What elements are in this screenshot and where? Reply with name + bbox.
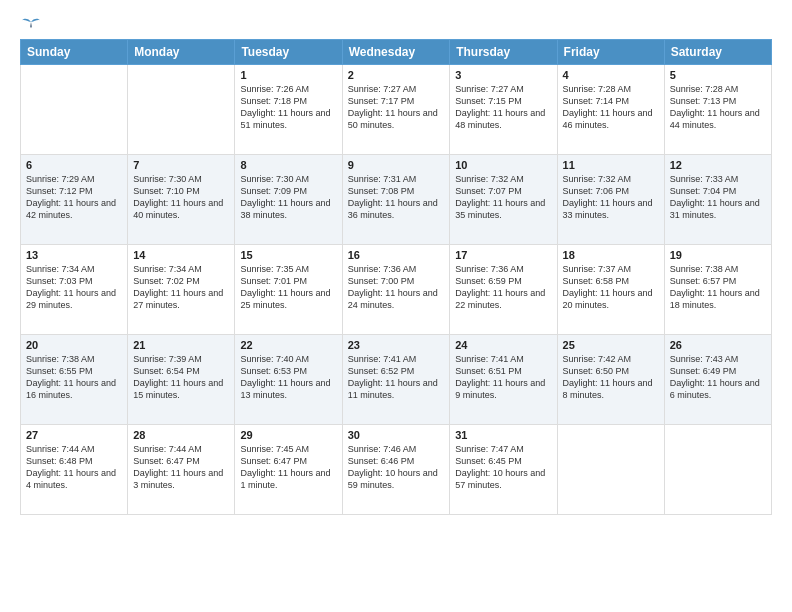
day-number: 8 bbox=[240, 159, 336, 171]
day-number: 25 bbox=[563, 339, 659, 351]
cell-info: Sunrise: 7:27 AMSunset: 7:15 PMDaylight:… bbox=[455, 83, 551, 132]
cell-info: Sunrise: 7:34 AMSunset: 7:03 PMDaylight:… bbox=[26, 263, 122, 312]
cell-info: Sunrise: 7:38 AMSunset: 6:57 PMDaylight:… bbox=[670, 263, 766, 312]
day-number: 16 bbox=[348, 249, 445, 261]
cell-info: Sunrise: 7:43 AMSunset: 6:49 PMDaylight:… bbox=[670, 353, 766, 402]
calendar-cell: 15Sunrise: 7:35 AMSunset: 7:01 PMDayligh… bbox=[235, 245, 342, 335]
cell-info: Sunrise: 7:38 AMSunset: 6:55 PMDaylight:… bbox=[26, 353, 122, 402]
day-number: 27 bbox=[26, 429, 122, 441]
day-number: 31 bbox=[455, 429, 551, 441]
day-number: 4 bbox=[563, 69, 659, 81]
calendar-cell: 27Sunrise: 7:44 AMSunset: 6:48 PMDayligh… bbox=[21, 425, 128, 515]
cell-info: Sunrise: 7:33 AMSunset: 7:04 PMDaylight:… bbox=[670, 173, 766, 222]
calendar-cell: 22Sunrise: 7:40 AMSunset: 6:53 PMDayligh… bbox=[235, 335, 342, 425]
day-number: 29 bbox=[240, 429, 336, 441]
calendar-cell: 21Sunrise: 7:39 AMSunset: 6:54 PMDayligh… bbox=[128, 335, 235, 425]
calendar-cell: 9Sunrise: 7:31 AMSunset: 7:08 PMDaylight… bbox=[342, 155, 450, 245]
cell-info: Sunrise: 7:26 AMSunset: 7:18 PMDaylight:… bbox=[240, 83, 336, 132]
calendar-cell bbox=[557, 425, 664, 515]
calendar-cell: 30Sunrise: 7:46 AMSunset: 6:46 PMDayligh… bbox=[342, 425, 450, 515]
day-number: 12 bbox=[670, 159, 766, 171]
calendar-cell: 3Sunrise: 7:27 AMSunset: 7:15 PMDaylight… bbox=[450, 65, 557, 155]
calendar-cell: 11Sunrise: 7:32 AMSunset: 7:06 PMDayligh… bbox=[557, 155, 664, 245]
calendar-cell: 2Sunrise: 7:27 AMSunset: 7:17 PMDaylight… bbox=[342, 65, 450, 155]
calendar-cell: 7Sunrise: 7:30 AMSunset: 7:10 PMDaylight… bbox=[128, 155, 235, 245]
calendar-cell: 10Sunrise: 7:32 AMSunset: 7:07 PMDayligh… bbox=[450, 155, 557, 245]
cell-info: Sunrise: 7:42 AMSunset: 6:50 PMDaylight:… bbox=[563, 353, 659, 402]
calendar-cell: 6Sunrise: 7:29 AMSunset: 7:12 PMDaylight… bbox=[21, 155, 128, 245]
calendar-header-saturday: Saturday bbox=[664, 40, 771, 65]
calendar-header-monday: Monday bbox=[128, 40, 235, 65]
day-number: 23 bbox=[348, 339, 445, 351]
calendar-week-4: 20Sunrise: 7:38 AMSunset: 6:55 PMDayligh… bbox=[21, 335, 772, 425]
day-number: 28 bbox=[133, 429, 229, 441]
day-number: 18 bbox=[563, 249, 659, 261]
cell-info: Sunrise: 7:32 AMSunset: 7:07 PMDaylight:… bbox=[455, 173, 551, 222]
page: SundayMondayTuesdayWednesdayThursdayFrid… bbox=[0, 0, 792, 612]
day-number: 13 bbox=[26, 249, 122, 261]
day-number: 9 bbox=[348, 159, 445, 171]
cell-info: Sunrise: 7:44 AMSunset: 6:48 PMDaylight:… bbox=[26, 443, 122, 492]
header bbox=[20, 15, 772, 29]
calendar-week-1: 1Sunrise: 7:26 AMSunset: 7:18 PMDaylight… bbox=[21, 65, 772, 155]
cell-info: Sunrise: 7:35 AMSunset: 7:01 PMDaylight:… bbox=[240, 263, 336, 312]
calendar-cell: 26Sunrise: 7:43 AMSunset: 6:49 PMDayligh… bbox=[664, 335, 771, 425]
cell-info: Sunrise: 7:45 AMSunset: 6:47 PMDaylight:… bbox=[240, 443, 336, 492]
calendar-cell: 18Sunrise: 7:37 AMSunset: 6:58 PMDayligh… bbox=[557, 245, 664, 335]
calendar-cell bbox=[21, 65, 128, 155]
cell-info: Sunrise: 7:31 AMSunset: 7:08 PMDaylight:… bbox=[348, 173, 445, 222]
calendar-cell: 24Sunrise: 7:41 AMSunset: 6:51 PMDayligh… bbox=[450, 335, 557, 425]
day-number: 24 bbox=[455, 339, 551, 351]
day-number: 19 bbox=[670, 249, 766, 261]
logo bbox=[20, 15, 40, 29]
calendar-week-2: 6Sunrise: 7:29 AMSunset: 7:12 PMDaylight… bbox=[21, 155, 772, 245]
calendar-week-3: 13Sunrise: 7:34 AMSunset: 7:03 PMDayligh… bbox=[21, 245, 772, 335]
day-number: 15 bbox=[240, 249, 336, 261]
calendar-cell: 13Sunrise: 7:34 AMSunset: 7:03 PMDayligh… bbox=[21, 245, 128, 335]
calendar-cell: 20Sunrise: 7:38 AMSunset: 6:55 PMDayligh… bbox=[21, 335, 128, 425]
calendar-cell: 19Sunrise: 7:38 AMSunset: 6:57 PMDayligh… bbox=[664, 245, 771, 335]
day-number: 30 bbox=[348, 429, 445, 441]
calendar-cell: 12Sunrise: 7:33 AMSunset: 7:04 PMDayligh… bbox=[664, 155, 771, 245]
day-number: 10 bbox=[455, 159, 551, 171]
cell-info: Sunrise: 7:36 AMSunset: 6:59 PMDaylight:… bbox=[455, 263, 551, 312]
day-number: 11 bbox=[563, 159, 659, 171]
calendar-cell: 23Sunrise: 7:41 AMSunset: 6:52 PMDayligh… bbox=[342, 335, 450, 425]
cell-info: Sunrise: 7:28 AMSunset: 7:14 PMDaylight:… bbox=[563, 83, 659, 132]
calendar-cell bbox=[128, 65, 235, 155]
calendar-cell: 31Sunrise: 7:47 AMSunset: 6:45 PMDayligh… bbox=[450, 425, 557, 515]
calendar-header-row: SundayMondayTuesdayWednesdayThursdayFrid… bbox=[21, 40, 772, 65]
calendar-cell: 14Sunrise: 7:34 AMSunset: 7:02 PMDayligh… bbox=[128, 245, 235, 335]
calendar-table: SundayMondayTuesdayWednesdayThursdayFrid… bbox=[20, 39, 772, 515]
day-number: 14 bbox=[133, 249, 229, 261]
calendar-week-5: 27Sunrise: 7:44 AMSunset: 6:48 PMDayligh… bbox=[21, 425, 772, 515]
cell-info: Sunrise: 7:37 AMSunset: 6:58 PMDaylight:… bbox=[563, 263, 659, 312]
day-number: 3 bbox=[455, 69, 551, 81]
logo-bird-icon bbox=[22, 15, 40, 29]
calendar-header-thursday: Thursday bbox=[450, 40, 557, 65]
day-number: 20 bbox=[26, 339, 122, 351]
calendar-cell: 8Sunrise: 7:30 AMSunset: 7:09 PMDaylight… bbox=[235, 155, 342, 245]
day-number: 1 bbox=[240, 69, 336, 81]
cell-info: Sunrise: 7:28 AMSunset: 7:13 PMDaylight:… bbox=[670, 83, 766, 132]
day-number: 5 bbox=[670, 69, 766, 81]
day-number: 21 bbox=[133, 339, 229, 351]
calendar-cell: 29Sunrise: 7:45 AMSunset: 6:47 PMDayligh… bbox=[235, 425, 342, 515]
day-number: 7 bbox=[133, 159, 229, 171]
calendar-header-friday: Friday bbox=[557, 40, 664, 65]
cell-info: Sunrise: 7:34 AMSunset: 7:02 PMDaylight:… bbox=[133, 263, 229, 312]
day-number: 26 bbox=[670, 339, 766, 351]
cell-info: Sunrise: 7:41 AMSunset: 6:51 PMDaylight:… bbox=[455, 353, 551, 402]
cell-info: Sunrise: 7:47 AMSunset: 6:45 PMDaylight:… bbox=[455, 443, 551, 492]
calendar-cell: 1Sunrise: 7:26 AMSunset: 7:18 PMDaylight… bbox=[235, 65, 342, 155]
calendar-cell: 5Sunrise: 7:28 AMSunset: 7:13 PMDaylight… bbox=[664, 65, 771, 155]
calendar-cell: 28Sunrise: 7:44 AMSunset: 6:47 PMDayligh… bbox=[128, 425, 235, 515]
cell-info: Sunrise: 7:30 AMSunset: 7:09 PMDaylight:… bbox=[240, 173, 336, 222]
day-number: 17 bbox=[455, 249, 551, 261]
cell-info: Sunrise: 7:27 AMSunset: 7:17 PMDaylight:… bbox=[348, 83, 445, 132]
day-number: 22 bbox=[240, 339, 336, 351]
cell-info: Sunrise: 7:40 AMSunset: 6:53 PMDaylight:… bbox=[240, 353, 336, 402]
calendar-cell: 25Sunrise: 7:42 AMSunset: 6:50 PMDayligh… bbox=[557, 335, 664, 425]
cell-info: Sunrise: 7:32 AMSunset: 7:06 PMDaylight:… bbox=[563, 173, 659, 222]
calendar-cell: 17Sunrise: 7:36 AMSunset: 6:59 PMDayligh… bbox=[450, 245, 557, 335]
